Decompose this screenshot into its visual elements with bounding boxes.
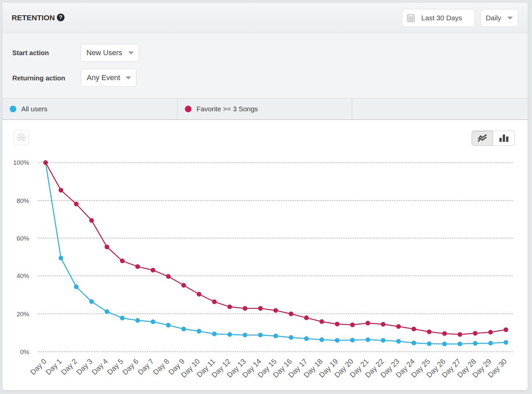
svg-text:40%: 40% — [17, 272, 29, 279]
svg-text:Day 1: Day 1 — [44, 357, 63, 376]
svg-text:Day 2: Day 2 — [60, 357, 79, 376]
svg-text:0%: 0% — [20, 348, 30, 355]
svg-text:60%: 60% — [17, 235, 29, 242]
svg-text:100%: 100% — [13, 159, 29, 166]
svg-text:20%: 20% — [17, 311, 29, 318]
svg-text:Day 8: Day 8 — [151, 357, 171, 376]
svg-text:Day 0: Day 0 — [29, 357, 48, 376]
svg-text:Day 6: Day 6 — [121, 357, 140, 376]
svg-text:Day 3: Day 3 — [75, 357, 94, 376]
svg-text:Day 4: Day 4 — [90, 357, 109, 376]
svg-text:80%: 80% — [17, 197, 29, 204]
svg-text:Day 7: Day 7 — [136, 357, 155, 376]
svg-text:Day 5: Day 5 — [105, 357, 125, 376]
